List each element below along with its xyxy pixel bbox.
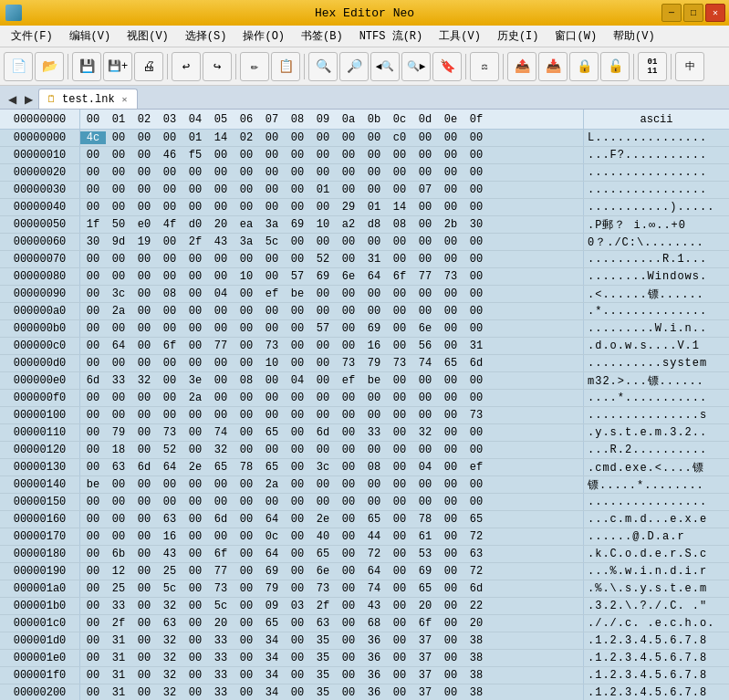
hex-cell[interactable]: 00 [285, 305, 310, 318]
hex-cell[interactable]: 00 [361, 392, 387, 404]
hex-cell[interactable]: 00 [131, 149, 157, 162]
table-row[interactable]: 0000004000000000000000000000290114000000… [0, 199, 729, 216]
hex-cell[interactable]: 00 [387, 617, 412, 630]
hex-cell[interactable]: 00 [463, 322, 489, 335]
hex-cell[interactable]: 00 [336, 131, 361, 144]
hex-cell[interactable]: 32 [208, 444, 234, 456]
hex-cell[interactable]: 00 [208, 305, 234, 318]
hex-cell[interactable]: 00 [387, 548, 412, 560]
table-row[interactable]: 000001f000310032003300340035003600370038… [0, 667, 729, 684]
hex-cell[interactable]: 00 [234, 565, 259, 578]
hex-cell[interactable]: 31 [463, 340, 489, 352]
hex-cell[interactable]: 00 [438, 565, 463, 578]
hex-cell[interactable]: 00 [387, 669, 412, 682]
hex-cell[interactable]: 3a [259, 218, 285, 231]
table-row[interactable]: 000001c0002f00630020006500630068006f0020… [0, 615, 729, 632]
hex-cell[interactable]: 00 [387, 478, 412, 491]
hex-cell[interactable]: 00 [234, 287, 259, 300]
hex-cell[interactable]: 00 [285, 461, 310, 474]
hex-cell[interactable]: 31 [106, 634, 131, 647]
hex-cell[interactable]: 00 [234, 253, 259, 266]
hex-cell[interactable]: 3e [182, 374, 208, 387]
hex-cell[interactable]: 00 [285, 478, 310, 491]
hex-cell[interactable]: 00 [234, 652, 259, 664]
export-button[interactable]: 📤 [507, 52, 536, 81]
hex-cell[interactable]: 00 [285, 652, 310, 664]
hex-cell[interactable]: 1f [80, 218, 106, 231]
hex-cell[interactable]: 00 [80, 201, 106, 214]
hex-cell[interactable]: 00 [182, 166, 208, 179]
extra-button[interactable]: 中 [675, 52, 704, 81]
hex-cell[interactable]: 00 [336, 513, 361, 526]
hex-cell[interactable]: 64 [106, 340, 131, 352]
hex-cell[interactable]: 37 [412, 669, 438, 682]
menu-item-w[interactable]: 窗口(W) [547, 26, 604, 46]
hex-cell[interactable]: 79 [361, 357, 387, 370]
hex-cell[interactable]: 00 [182, 565, 208, 578]
hex-cell[interactable]: 00 [234, 686, 259, 699]
hex-cell[interactable]: 19 [131, 235, 157, 248]
hex-cell[interactable]: 00 [131, 548, 157, 560]
hex-cell[interactable]: ef [463, 461, 489, 474]
hex-cell[interactable]: 20 [412, 600, 438, 612]
hex-cell[interactable]: 00 [182, 530, 208, 543]
hex-cell[interactable]: 64 [157, 461, 182, 474]
hex-cell[interactable]: 00 [80, 270, 106, 283]
hex-cell[interactable]: 00 [80, 340, 106, 352]
hex-cell[interactable]: 00 [463, 166, 489, 179]
hex-cell[interactable]: 00 [234, 617, 259, 630]
hex-cell[interactable]: 00 [387, 565, 412, 578]
hex-cell[interactable]: 00 [463, 183, 489, 196]
hex-cell[interactable]: 00 [157, 270, 182, 283]
hex-cell[interactable]: 00 [80, 565, 106, 578]
hex-cell[interactable]: 6e [310, 565, 336, 578]
hex-cell[interactable]: 00 [259, 322, 285, 335]
hex-cell[interactable]: 03 [285, 600, 310, 612]
hex-cell[interactable]: 00 [234, 600, 259, 612]
hex-cell[interactable]: 00 [131, 357, 157, 370]
hex-cell[interactable]: 00 [131, 287, 157, 300]
hex-cell[interactable]: 00 [336, 600, 361, 612]
hex-cell[interactable]: 00 [463, 478, 489, 491]
hex-cell[interactable]: 00 [463, 287, 489, 300]
hex-cell[interactable]: 2b [438, 218, 463, 231]
hex-cell[interactable]: 68 [361, 617, 387, 630]
hex-cell[interactable]: 08 [387, 218, 412, 231]
hex-cell[interactable]: 00 [80, 426, 106, 439]
hex-cell[interactable]: c0 [387, 131, 412, 144]
hex-cell[interactable]: 00 [387, 513, 412, 526]
hex-cell[interactable]: 00 [182, 600, 208, 612]
hex-cell[interactable]: 01 [182, 131, 208, 144]
hex-cell[interactable]: 2a [182, 392, 208, 404]
hex-cell[interactable]: 63 [106, 461, 131, 474]
hex-cell[interactable]: 16 [361, 340, 387, 352]
table-row[interactable]: 000000b0000000000000000000570069006e0000… [0, 320, 729, 338]
hex-cell[interactable]: 00 [157, 496, 182, 508]
find-button[interactable]: 🔎 [339, 52, 369, 81]
hex-cell[interactable]: 00 [387, 340, 412, 352]
table-row[interactable]: 00000170000000160000000c0040004400610072… [0, 528, 729, 546]
hex-cell[interactable]: 00 [106, 530, 131, 543]
hex-cell[interactable]: 00 [157, 478, 182, 491]
hex-cell[interactable]: 33 [208, 686, 234, 699]
hex-cell[interactable]: 73 [463, 409, 489, 422]
hex-cell[interactable]: 00 [259, 253, 285, 266]
hex-cell[interactable]: 00 [182, 478, 208, 491]
hex-cell[interactable]: 00 [259, 409, 285, 422]
redo-button[interactable]: ↪ [203, 52, 232, 81]
table-row[interactable]: 0000001000000046f50000000000000000000000… [0, 147, 729, 164]
hex-cell[interactable]: 72 [463, 565, 489, 578]
hex-cell[interactable]: 00 [106, 478, 131, 491]
hex-cell[interactable]: 12 [106, 565, 131, 578]
hex-cell[interactable]: 00 [438, 201, 463, 214]
hex-cell[interactable]: 00 [80, 617, 106, 630]
hex-cell[interactable]: 00 [285, 131, 310, 144]
hex-cell[interactable]: 00 [208, 201, 234, 214]
hex-cell[interactable]: 00 [157, 183, 182, 196]
hex-cell[interactable]: 38 [463, 669, 489, 682]
hex-cell[interactable]: 00 [438, 409, 463, 422]
hex-cell[interactable]: 09 [259, 600, 285, 612]
hex-cell[interactable]: 73 [259, 340, 285, 352]
hex-cell[interactable]: 9d [106, 235, 131, 248]
copy-button[interactable]: 📋 [271, 52, 300, 81]
